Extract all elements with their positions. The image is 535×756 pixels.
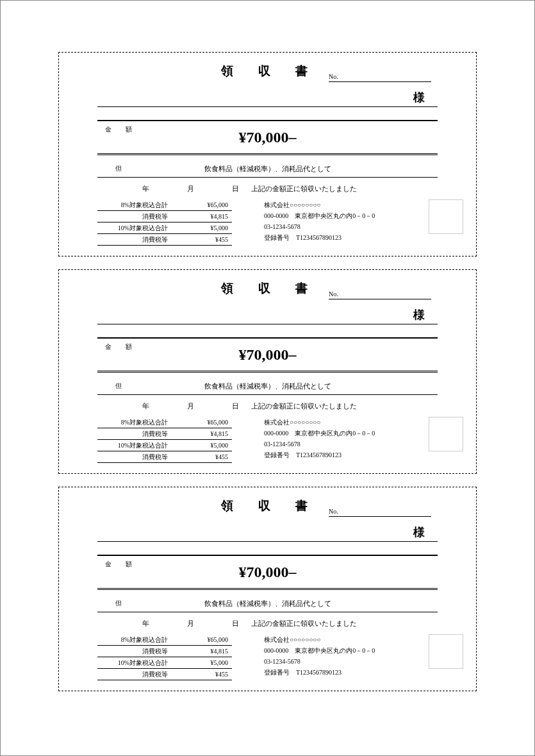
- tax-row: 10%対象税込合計 ¥5,000: [97, 223, 232, 234]
- tax-table: 8%対象税込合計 ¥65,000 消費税等 ¥4,815 10%対象税込合計 ¥…: [97, 199, 232, 246]
- issuer-name: 株式会社○○○○○○○○: [264, 199, 438, 210]
- tax-row: 消費税等 ¥4,815: [97, 211, 232, 223]
- tax-value: ¥455: [170, 236, 232, 243]
- issuer-reg: 登録番号 T1234567890123: [264, 449, 438, 460]
- tax-value: ¥65,000: [170, 419, 232, 426]
- sama-label: 様: [413, 90, 425, 105]
- day-label: 日: [232, 619, 239, 628]
- receipt-3: 領 収 書 No. 様 金 額 ¥70,000– 但 飲食料品（軽減税率）、消耗…: [58, 487, 477, 691]
- amount-value: ¥70,000–: [97, 556, 438, 581]
- tax-label: 8%対象税込合計: [97, 635, 170, 644]
- tax-row: 消費税等 ¥455: [97, 234, 232, 246]
- date-row: 年 月 日 上記の金額正に領収いたしました: [97, 401, 438, 413]
- tax-value: ¥5,000: [170, 442, 232, 449]
- tax-table: 8%対象税込合計 ¥65,000 消費税等 ¥4,815 10%対象税込合計 ¥…: [97, 417, 232, 463]
- tax-value: ¥5,000: [170, 659, 232, 666]
- date-row: 年 月 日 上記の金額正に領収いたしました: [97, 619, 438, 630]
- tax-row: 消費税等 ¥4,815: [97, 646, 232, 657]
- amount-block: 金 額 ¥70,000–: [97, 337, 438, 373]
- no-field: No.: [329, 290, 431, 299]
- tax-row: 10%対象税込合計 ¥5,000: [97, 440, 232, 451]
- year-label: 年: [142, 184, 149, 194]
- no-label: No.: [329, 73, 338, 80]
- issuer-address: 000-0000 東京都中央区丸の内0－0－0: [264, 428, 438, 439]
- amount-label: 金 額: [105, 560, 136, 569]
- stamp-box: [429, 634, 463, 669]
- year-label: 年: [142, 619, 149, 628]
- day-label: 日: [232, 401, 239, 411]
- month-label: 月: [187, 619, 194, 628]
- page: 領 収 書 No. 様 金 額 ¥70,000– 但 飲食料品（軽減税率）、消耗…: [0, 0, 535, 756]
- issuer-reg: 登録番号 T1234567890123: [264, 667, 438, 678]
- tax-label: 8%対象税込合計: [97, 418, 170, 427]
- tax-row: 10%対象税込合計 ¥5,000: [97, 657, 232, 669]
- month-label: 月: [187, 401, 194, 411]
- amount-label: 金 額: [105, 342, 136, 351]
- tax-row: 8%対象税込合計 ¥65,000: [97, 634, 232, 646]
- tax-label: 消費税等: [97, 453, 170, 462]
- tax-value: ¥4,815: [170, 430, 232, 437]
- tax-label: 消費税等: [97, 647, 170, 656]
- stamp-box: [429, 417, 463, 451]
- no-label: No.: [329, 290, 338, 298]
- issuer-tel: 03-1234-5678: [264, 221, 438, 232]
- tax-table: 8%対象税込合計 ¥65,000 消費税等 ¥4,815 10%対象税込合計 ¥…: [97, 634, 232, 680]
- month-label: 月: [187, 184, 194, 194]
- stamp-box: [429, 199, 463, 234]
- no-field: No.: [329, 508, 431, 517]
- memo-label: 但: [115, 164, 122, 173]
- issuer-tel: 03-1234-5678: [264, 439, 438, 449]
- amount-value: ¥70,000–: [97, 339, 438, 364]
- tax-label: 10%対象税込合計: [97, 441, 170, 450]
- sama-label: 様: [413, 307, 425, 323]
- memo-block: 但 飲食料品（軽減税率）、消耗品代として: [97, 163, 438, 178]
- tax-value: ¥65,000: [170, 636, 232, 643]
- tax-label: 10%対象税込合計: [97, 659, 170, 668]
- acknowledgement: 上記の金額正に領収いたしました: [251, 619, 357, 628]
- tax-value: ¥455: [170, 453, 232, 460]
- acknowledgement: 上記の金額正に領収いたしました: [251, 184, 357, 194]
- tax-label: 10%対象税込合計: [97, 224, 170, 233]
- issuer-reg: 登録番号 T1234567890123: [264, 232, 438, 243]
- tax-value: ¥65,000: [170, 201, 232, 208]
- tax-row: 消費税等 ¥455: [97, 669, 232, 680]
- tax-row: 8%対象税込合計 ¥65,000: [97, 199, 232, 211]
- acknowledgement: 上記の金額正に領収いたしました: [251, 401, 357, 411]
- tax-value: ¥4,815: [170, 213, 232, 220]
- tax-value: ¥5,000: [170, 224, 232, 231]
- tax-row: 8%対象税込合計 ¥65,000: [97, 417, 232, 428]
- tax-label: 消費税等: [97, 430, 170, 439]
- tax-value: ¥455: [170, 671, 232, 678]
- amount-block: 金 額 ¥70,000–: [97, 555, 438, 590]
- amount-value: ¥70,000–: [97, 121, 438, 146]
- amount-label: 金 額: [105, 125, 136, 134]
- memo-text: 飲食料品（軽減税率）、消耗品代として: [97, 163, 438, 174]
- memo-text: 飲食料品（軽減税率）、消耗品代として: [97, 380, 438, 391]
- memo-label: 但: [115, 599, 122, 608]
- receipt-2: 領 収 書 No. 様 金 額 ¥70,000– 但 飲食料品（軽減税率）、消耗…: [58, 269, 477, 474]
- issuer-tel: 03-1234-5678: [264, 656, 438, 667]
- payer-row: 様: [97, 305, 438, 324]
- day-label: 日: [232, 184, 239, 194]
- receipt-1: 領 収 書 No. 様 金 額 ¥70,000– 但 飲食料品（軽減税率）、消耗…: [58, 52, 477, 256]
- tax-label: 消費税等: [97, 235, 170, 244]
- tax-label: 消費税等: [97, 212, 170, 221]
- memo-block: 但 飲食料品（軽減税率）、消耗品代として: [97, 380, 438, 395]
- issuer-address: 000-0000 東京都中央区丸の内0－0－0: [264, 210, 438, 221]
- tax-label: 8%対象税込合計: [97, 201, 170, 210]
- issuer-block: 株式会社○○○○○○○○ 000-0000 東京都中央区丸の内0－0－0 03-…: [264, 199, 438, 246]
- issuer-block: 株式会社○○○○○○○○ 000-0000 東京都中央区丸の内0－0－0 03-…: [264, 417, 438, 463]
- amount-block: 金 額 ¥70,000–: [97, 120, 438, 155]
- issuer-block: 株式会社○○○○○○○○ 000-0000 東京都中央区丸の内0－0－0 03-…: [264, 634, 438, 680]
- tax-row: 消費税等 ¥455: [97, 451, 232, 463]
- no-label: No.: [329, 508, 338, 515]
- issuer-name: 株式会社○○○○○○○○: [264, 417, 438, 428]
- issuer-name: 株式会社○○○○○○○○: [264, 634, 438, 645]
- memo-block: 但 飲食料品（軽減税率）、消耗品代として: [97, 598, 438, 612]
- year-label: 年: [142, 401, 149, 411]
- issuer-address: 000-0000 東京都中央区丸の内0－0－0: [264, 645, 438, 656]
- tax-value: ¥4,815: [170, 648, 232, 655]
- payer-row: 様: [97, 87, 438, 107]
- date-row: 年 月 日 上記の金額正に領収いたしました: [97, 184, 438, 196]
- tax-label: 消費税等: [97, 670, 170, 679]
